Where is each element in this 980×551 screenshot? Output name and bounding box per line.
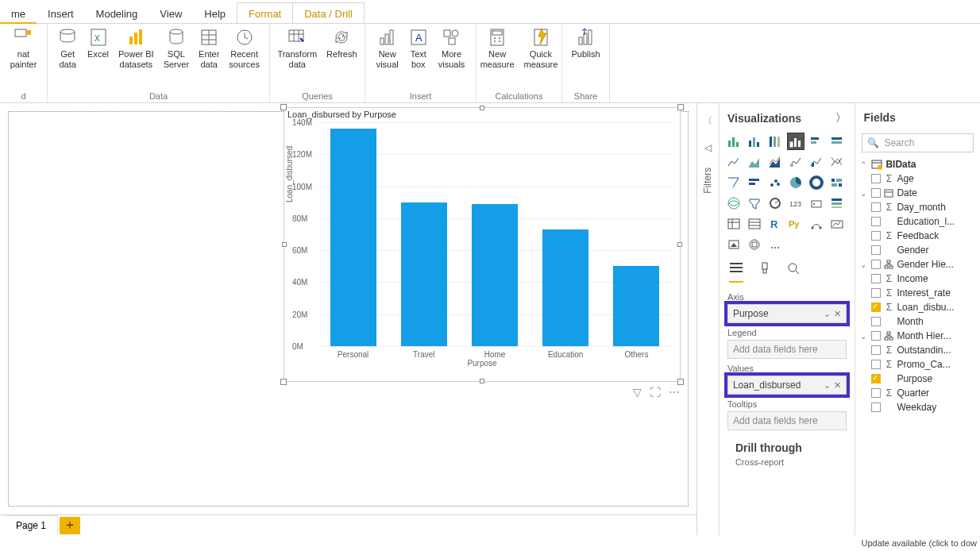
field-row[interactable]: Education_l... (855, 214, 980, 229)
tab-insert[interactable]: Insert (37, 3, 85, 23)
field-row[interactable]: Purpose (855, 372, 980, 386)
format-painter-button[interactable]: nat painter (5, 27, 42, 69)
axis-well[interactable]: Purpose⌄✕ (727, 304, 847, 323)
get-data-button[interactable]: Get data (52, 27, 83, 69)
tab-view[interactable]: View (149, 3, 193, 23)
viz-type-icon[interactable] (725, 174, 743, 191)
tooltips-well[interactable]: Add data fields here (727, 411, 847, 430)
field-checkbox[interactable] (871, 345, 881, 355)
field-row[interactable]: ΣOutstandin... (855, 343, 980, 357)
resize-handle[interactable] (280, 379, 287, 385)
enter-data-button[interactable]: Enter data (194, 27, 224, 69)
text-box-button[interactable]: AText box (403, 27, 434, 69)
viz-type-icon[interactable] (746, 215, 763, 233)
field-checkbox[interactable] (871, 331, 881, 341)
field-row[interactable]: Gender (855, 243, 980, 257)
viz-type-icon[interactable] (766, 174, 784, 191)
focus-mode-icon[interactable]: ⛶ (650, 386, 661, 399)
tab-help[interactable]: Help (193, 3, 237, 23)
expand-icon[interactable]: ⌄ (860, 189, 868, 198)
viz-type-icon[interactable] (746, 133, 763, 150)
viz-type-icon[interactable]: 123 (787, 195, 804, 212)
bar-chart-visual[interactable]: Loan_disbursed by Purpose Loan_disbursed… (284, 107, 681, 382)
excel-button[interactable]: XExcel (83, 27, 114, 60)
report-canvas[interactable]: Loan_disbursed by Purpose Loan_disbursed… (0, 103, 696, 514)
filter-icon[interactable]: ▽ (633, 386, 642, 399)
pbi-datasets-button[interactable]: Power BI datasets (114, 27, 159, 69)
values-well[interactable]: Loan_disbursed⌄✕ (727, 376, 847, 395)
viz-type-icon[interactable] (787, 174, 804, 191)
viz-type-icon[interactable] (725, 133, 743, 150)
remove-icon[interactable]: ✕ (834, 309, 841, 319)
viz-type-icon[interactable] (828, 215, 846, 233)
chevron-down-icon[interactable]: ⌄ (824, 380, 831, 391)
field-checkbox[interactable] (871, 403, 881, 412)
legend-well[interactable]: Add data fields here (727, 340, 847, 359)
field-row[interactable]: ΣFeedback (855, 229, 980, 243)
new-visual-button[interactable]: New visual (372, 27, 403, 69)
refresh-button[interactable]: Refresh (322, 27, 362, 60)
resize-handle[interactable] (480, 379, 484, 383)
field-row[interactable]: Weekday (855, 400, 980, 414)
viz-type-icon[interactable] (808, 195, 825, 212)
field-checkbox[interactable] (871, 388, 881, 398)
fields-tab-icon[interactable] (729, 260, 743, 283)
chevron-left-icon[interactable]: 〈 (703, 114, 712, 128)
field-checkbox[interactable] (871, 317, 881, 326)
viz-type-icon[interactable] (746, 236, 763, 253)
field-row[interactable]: Month (855, 314, 980, 329)
field-row[interactable]: ΣLoan_disbu... (855, 300, 980, 314)
viz-type-icon[interactable] (828, 195, 846, 212)
field-row[interactable]: ⌄Date (855, 186, 980, 200)
resize-handle[interactable] (677, 104, 684, 110)
tab-format[interactable]: Format (237, 2, 293, 23)
data-bar[interactable] (472, 204, 518, 346)
expand-icon[interactable]: ⌄ (860, 332, 868, 341)
remove-icon[interactable]: ✕ (834, 380, 841, 391)
viz-type-icon[interactable] (725, 236, 743, 253)
resize-handle[interactable] (480, 106, 484, 110)
format-tab-icon[interactable] (758, 261, 772, 282)
viz-type-icon[interactable] (746, 195, 763, 212)
fields-search[interactable]: 🔍Search (862, 133, 974, 152)
resize-handle[interactable] (677, 379, 684, 385)
chevron-right-icon[interactable]: 〉 (835, 111, 847, 125)
update-available-text[interactable]: Update available (click to dow (861, 538, 977, 548)
field-checkbox[interactable] (871, 231, 881, 241)
viz-type-icon[interactable] (828, 133, 846, 150)
field-row[interactable]: ΣPromo_Ca... (855, 357, 980, 372)
table-node[interactable]: ⌃BIData (855, 157, 980, 171)
field-row[interactable]: ⌄Month Hier... (855, 329, 980, 343)
viz-type-icon[interactable] (766, 195, 784, 212)
more-options-icon[interactable]: ⋯ (669, 386, 680, 399)
field-checkbox[interactable] (871, 260, 881, 269)
resize-handle[interactable] (280, 104, 287, 110)
field-checkbox[interactable] (871, 302, 881, 312)
viz-type-icon[interactable] (808, 133, 825, 150)
field-checkbox[interactable] (871, 188, 881, 198)
viz-type-icon[interactable] (766, 236, 784, 253)
viz-type-icon[interactable] (808, 153, 825, 171)
viz-type-icon[interactable]: Py (787, 215, 804, 233)
viz-type-icon[interactable] (766, 133, 784, 150)
publish-button[interactable]: Publish (566, 27, 604, 60)
resize-handle[interactable] (677, 242, 682, 247)
viz-type-icon[interactable] (808, 174, 825, 191)
new-measure-button[interactable]: New measure (476, 27, 519, 69)
data-bar[interactable] (401, 202, 447, 346)
data-bar[interactable] (613, 266, 659, 346)
field-checkbox[interactable] (871, 245, 881, 255)
viz-type-icon[interactable] (828, 174, 846, 191)
quick-measure-button[interactable]: Quick measure (519, 27, 563, 69)
viz-type-icon[interactable] (766, 153, 784, 171)
data-bar[interactable] (330, 129, 376, 346)
tab-data-drill[interactable]: Data / Drill (292, 2, 365, 23)
viz-type-icon[interactable] (725, 215, 743, 233)
viz-type-icon[interactable] (746, 174, 763, 191)
field-row[interactable]: ΣIncome (855, 272, 980, 286)
field-checkbox[interactable] (871, 274, 881, 283)
viz-type-icon[interactable]: R (766, 215, 784, 233)
page-tab-1[interactable]: Page 1 (5, 515, 58, 535)
viz-type-icon[interactable] (787, 133, 804, 150)
collapsed-filters-pane[interactable]: 〈 ◁ Filters (697, 103, 720, 535)
